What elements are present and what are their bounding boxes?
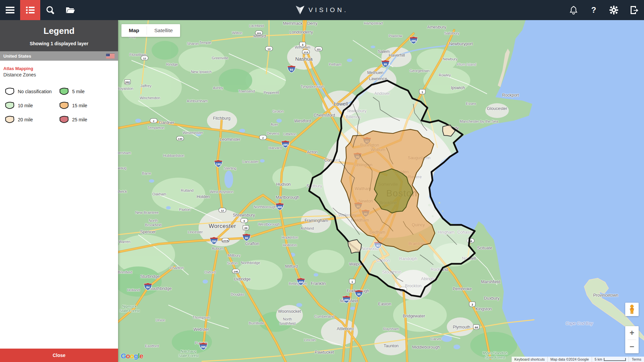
map-label: Plum Island bbox=[457, 62, 476, 67]
map-label: Pawtucket bbox=[315, 350, 334, 355]
layer-group-label: United States bbox=[3, 54, 31, 59]
route-shield-sr-140: 140 bbox=[176, 136, 184, 142]
scale-label: 5 km bbox=[595, 357, 602, 361]
svg-text:1: 1 bbox=[422, 90, 423, 94]
map-label: Hampstead bbox=[364, 21, 383, 25]
layer-group-header[interactable]: United States bbox=[0, 51, 118, 61]
svg-text:140: 140 bbox=[178, 137, 182, 140]
svg-text:146: 146 bbox=[233, 270, 238, 273]
help-button[interactable]: ? bbox=[588, 5, 599, 15]
map-label: Fitzwilliam bbox=[129, 53, 147, 57]
map-label: North Smithfield bbox=[279, 317, 296, 325]
map-label: Rowley bbox=[439, 73, 451, 77]
layer-source: Atlas Mapping bbox=[3, 66, 115, 71]
map-label: Webster bbox=[194, 327, 209, 332]
logout-button[interactable] bbox=[629, 5, 639, 15]
terms-link[interactable]: Terms bbox=[629, 357, 644, 362]
route-shield-us-202: 202 bbox=[124, 79, 131, 87]
route-shield-sr-122A: 122A bbox=[221, 238, 229, 244]
map-label: Duxbury bbox=[484, 296, 500, 301]
map-view-button[interactable]: Map bbox=[121, 24, 147, 37]
satellite-view-button[interactable]: Satellite bbox=[147, 24, 180, 37]
zone-20-mile-patches bbox=[348, 125, 455, 253]
vision-logo-icon bbox=[296, 5, 305, 15]
map-data-text: Map data ©2024 Google bbox=[547, 357, 592, 362]
close-button[interactable]: Close bbox=[0, 349, 118, 362]
map-label: Charlton bbox=[170, 266, 184, 270]
map-base-layer bbox=[118, 20, 644, 362]
bell-icon bbox=[570, 6, 578, 14]
route-shield-i-290: 290 bbox=[210, 237, 218, 246]
map-label: Middleborough bbox=[412, 345, 440, 350]
map-label: Groton bbox=[272, 109, 284, 114]
svg-text:495: 495 bbox=[277, 205, 282, 209]
map-label: Randolph bbox=[399, 256, 417, 261]
map-label: Ayer bbox=[271, 122, 278, 127]
svg-text:95: 95 bbox=[384, 63, 387, 66]
svg-text:495: 495 bbox=[298, 281, 303, 284]
svg-text:3: 3 bbox=[302, 43, 304, 47]
map-label: Pembroke bbox=[453, 287, 472, 291]
map-label: Burrillville bbox=[249, 321, 264, 325]
route-shield-i-95: 95 bbox=[354, 202, 363, 211]
map-label: Southbridge bbox=[149, 286, 171, 291]
map-label: Holliston bbox=[283, 243, 297, 247]
map-label: Hopkinton bbox=[281, 235, 298, 240]
notifications-button[interactable] bbox=[568, 5, 579, 15]
map-label: Attleboro bbox=[337, 326, 354, 331]
route-shield-i-93: 93 bbox=[287, 65, 296, 74]
route-shield-i-495: 495 bbox=[342, 295, 351, 305]
map-label: Sterling bbox=[224, 166, 236, 171]
svg-text:84: 84 bbox=[146, 286, 150, 289]
map-label: Braintree bbox=[409, 241, 426, 246]
route-shield-sr-2: 2 bbox=[259, 135, 267, 141]
route-shield-i-495: 495 bbox=[275, 202, 284, 212]
keyboard-shortcuts-link[interactable]: Keyboard shortcuts bbox=[512, 357, 547, 362]
route-shield-i-395: 395 bbox=[199, 342, 208, 352]
folder-button[interactable] bbox=[60, 0, 80, 20]
map-canvas[interactable]: TroyFitzwilliamRindgeJaffreyRoyalstonWin… bbox=[118, 20, 644, 362]
land bbox=[118, 20, 644, 362]
map-label: Plymouth bbox=[453, 325, 470, 329]
map-label: Andover bbox=[374, 91, 390, 96]
map-label: Hudson bbox=[276, 182, 290, 187]
pegman-button[interactable] bbox=[625, 303, 639, 316]
legend-button[interactable] bbox=[20, 0, 40, 20]
svg-text:93: 93 bbox=[290, 68, 293, 71]
map-label: Harvard bbox=[268, 146, 281, 150]
route-shield-us-1: 1 bbox=[419, 89, 426, 97]
menu-button[interactable] bbox=[0, 0, 20, 20]
map-label: Londonderry bbox=[289, 30, 313, 35]
svg-text:3A: 3A bbox=[469, 240, 472, 243]
scale-control[interactable]: 5 km bbox=[592, 357, 629, 362]
zoom-out-button[interactable]: − bbox=[625, 340, 639, 353]
logout-icon bbox=[630, 6, 638, 14]
route-shield-i-190: 190 bbox=[214, 160, 223, 169]
map-label: Oxford bbox=[204, 270, 215, 275]
map-label: Grafton bbox=[245, 241, 259, 246]
zone-5-mile bbox=[374, 169, 413, 213]
zone-no-classification bbox=[309, 80, 475, 297]
settings-button[interactable] bbox=[608, 5, 619, 15]
route-shield-sr-2: 2 bbox=[150, 118, 158, 125]
legend-item-5: 25 mile bbox=[59, 116, 113, 124]
map-label: Union bbox=[156, 318, 165, 322]
map-label: Easton bbox=[378, 302, 391, 306]
map-label: Brookline bbox=[379, 200, 397, 205]
route-shield-sr-146: 146 bbox=[232, 269, 240, 275]
map-label: ichewaug bbox=[118, 166, 126, 170]
legend-item-label: 5 mile bbox=[72, 89, 85, 94]
svg-text:202: 202 bbox=[125, 81, 130, 84]
map-label: Fitchburg bbox=[213, 116, 230, 121]
route-shield-i-95: 95 bbox=[381, 60, 390, 69]
search-button[interactable] bbox=[40, 0, 60, 20]
route-shield-us-1: 1 bbox=[348, 279, 356, 286]
zoom-in-button[interactable]: + bbox=[625, 326, 639, 340]
route-shield-sr-24: 24 bbox=[399, 287, 407, 293]
map-label: Norwood bbox=[362, 246, 378, 251]
map-label: Temple bbox=[199, 41, 211, 45]
route-shield-i-84: 84 bbox=[144, 283, 152, 292]
legend-swatch-icon bbox=[5, 102, 15, 110]
layer-count-status: Showing 1 displayed layer bbox=[0, 41, 118, 46]
svg-text:90: 90 bbox=[245, 236, 248, 240]
